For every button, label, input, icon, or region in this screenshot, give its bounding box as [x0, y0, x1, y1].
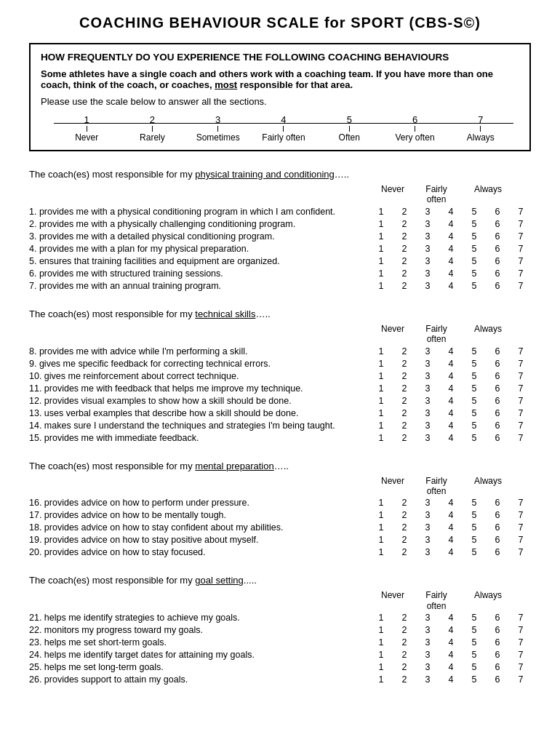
rating-value[interactable]: 7	[511, 371, 531, 381]
rating-value[interactable]: 6	[487, 674, 508, 685]
rating-value[interactable]: 3	[417, 547, 438, 557]
rating-value[interactable]: 7	[511, 433, 531, 443]
rating-value[interactable]: 2	[394, 625, 415, 635]
rating-value[interactable]: 1	[371, 650, 391, 660]
rating-value[interactable]: 1	[371, 359, 391, 369]
rating-value[interactable]: 4	[441, 674, 461, 685]
rating-value[interactable]: 2	[394, 396, 415, 406]
rating-value[interactable]: 4	[441, 244, 461, 254]
rating-value[interactable]: 5	[464, 408, 484, 418]
rating-value[interactable]: 7	[511, 256, 531, 266]
rating-value[interactable]: 2	[394, 371, 415, 381]
rating-value[interactable]: 2	[394, 207, 415, 217]
rating-value[interactable]: 3	[417, 674, 438, 685]
rating-value[interactable]: 5	[464, 256, 484, 266]
rating-value[interactable]: 4	[441, 421, 461, 431]
rating-value[interactable]: 3	[417, 268, 438, 279]
rating-value[interactable]: 4	[441, 547, 461, 557]
rating-value[interactable]: 5	[464, 219, 484, 229]
rating-value[interactable]: 2	[394, 346, 415, 356]
rating-value[interactable]: 2	[394, 219, 415, 229]
rating-value[interactable]: 4	[441, 650, 461, 660]
rating-value[interactable]: 6	[487, 433, 508, 443]
rating-value[interactable]: 3	[417, 396, 438, 406]
rating-value[interactable]: 5	[464, 231, 484, 242]
rating-value[interactable]: 4	[441, 625, 461, 635]
rating-value[interactable]: 3	[417, 522, 438, 533]
rating-value[interactable]: 6	[487, 231, 508, 242]
rating-value[interactable]: 6	[487, 662, 508, 672]
rating-value[interactable]: 3	[417, 219, 438, 229]
rating-value[interactable]: 1	[371, 674, 391, 685]
rating-value[interactable]: 4	[441, 268, 461, 279]
rating-value[interactable]: 6	[487, 613, 508, 623]
rating-value[interactable]: 7	[511, 547, 531, 557]
rating-value[interactable]: 7	[511, 613, 531, 623]
rating-value[interactable]: 4	[441, 383, 461, 394]
rating-value[interactable]: 6	[487, 244, 508, 254]
rating-value[interactable]: 1	[371, 547, 391, 557]
rating-value[interactable]: 5	[464, 207, 484, 217]
rating-value[interactable]: 5	[464, 674, 484, 685]
rating-value[interactable]: 1	[371, 281, 391, 291]
rating-value[interactable]: 6	[487, 510, 508, 520]
rating-value[interactable]: 2	[394, 650, 415, 660]
rating-value[interactable]: 2	[394, 510, 415, 520]
rating-value[interactable]: 1	[371, 421, 391, 431]
rating-value[interactable]: 1	[371, 408, 391, 418]
rating-value[interactable]: 2	[394, 498, 415, 508]
rating-value[interactable]: 6	[487, 219, 508, 229]
rating-value[interactable]: 3	[417, 244, 438, 254]
rating-value[interactable]: 6	[487, 408, 508, 418]
rating-value[interactable]: 4	[441, 535, 461, 545]
rating-value[interactable]: 3	[417, 421, 438, 431]
rating-value[interactable]: 7	[511, 510, 531, 520]
rating-value[interactable]: 2	[394, 662, 415, 672]
rating-value[interactable]: 1	[371, 510, 391, 520]
rating-value[interactable]: 1	[371, 662, 391, 672]
rating-value[interactable]: 7	[511, 637, 531, 648]
rating-value[interactable]: 1	[371, 231, 391, 242]
rating-value[interactable]: 5	[464, 346, 484, 356]
rating-value[interactable]: 2	[394, 281, 415, 291]
rating-value[interactable]: 7	[511, 383, 531, 394]
rating-value[interactable]: 3	[417, 383, 438, 394]
rating-value[interactable]: 7	[511, 498, 531, 508]
rating-value[interactable]: 1	[371, 396, 391, 406]
rating-value[interactable]: 2	[394, 637, 415, 648]
rating-value[interactable]: 7	[511, 244, 531, 254]
rating-value[interactable]: 3	[417, 256, 438, 266]
rating-value[interactable]: 2	[394, 433, 415, 443]
rating-value[interactable]: 3	[417, 207, 438, 217]
rating-value[interactable]: 6	[487, 547, 508, 557]
rating-value[interactable]: 7	[511, 396, 531, 406]
rating-value[interactable]: 7	[511, 219, 531, 229]
rating-value[interactable]: 1	[371, 613, 391, 623]
rating-value[interactable]: 6	[487, 421, 508, 431]
rating-value[interactable]: 1	[371, 244, 391, 254]
rating-value[interactable]: 2	[394, 231, 415, 242]
rating-value[interactable]: 5	[464, 421, 484, 431]
rating-value[interactable]: 7	[511, 625, 531, 635]
rating-value[interactable]: 4	[441, 637, 461, 648]
rating-value[interactable]: 5	[464, 522, 484, 533]
rating-value[interactable]: 5	[464, 510, 484, 520]
rating-value[interactable]: 1	[371, 433, 391, 443]
rating-value[interactable]: 7	[511, 281, 531, 291]
rating-value[interactable]: 6	[487, 535, 508, 545]
rating-value[interactable]: 7	[511, 359, 531, 369]
rating-value[interactable]: 6	[487, 625, 508, 635]
rating-value[interactable]: 4	[441, 522, 461, 533]
rating-value[interactable]: 4	[441, 231, 461, 242]
rating-value[interactable]: 7	[511, 268, 531, 279]
rating-value[interactable]: 3	[417, 650, 438, 660]
rating-value[interactable]: 4	[441, 408, 461, 418]
rating-value[interactable]: 2	[394, 421, 415, 431]
rating-value[interactable]: 7	[511, 207, 531, 217]
rating-value[interactable]: 6	[487, 371, 508, 381]
rating-value[interactable]: 5	[464, 244, 484, 254]
rating-value[interactable]: 2	[394, 535, 415, 545]
rating-value[interactable]: 7	[511, 650, 531, 660]
rating-value[interactable]: 7	[511, 662, 531, 672]
rating-value[interactable]: 3	[417, 510, 438, 520]
